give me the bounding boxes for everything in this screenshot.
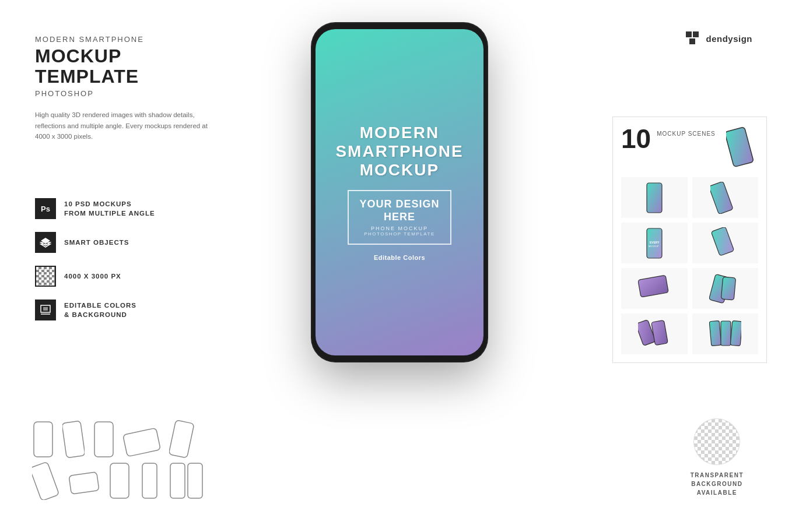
left-panel: Modern Smartphone Mockup Template Photos… (35, 35, 222, 165)
mockup-cell-5 (621, 268, 688, 309)
feature-item-resolution: 4000 x 3000 px (35, 266, 155, 287)
mockup-phone-5 (638, 273, 670, 305)
svg-rect-10 (647, 183, 662, 213)
mockup-phone-8 (709, 318, 741, 350)
features-list: Ps 10 PSD Mockups From Multiple Angle Sm… (35, 198, 155, 333)
phone-screen: ModernSmartphoneMockup Your DesignHere P… (316, 29, 483, 355)
mockup-label: Mockup Scenes (657, 130, 716, 138)
mockup-cell-8 (692, 313, 759, 354)
svg-rect-2 (689, 38, 695, 44)
brand-name: dendysign (706, 34, 752, 44)
design-box-title: Your DesignHere (359, 198, 439, 223)
svg-rect-25 (62, 421, 85, 458)
design-box-sub: Phone Mockup (359, 226, 439, 231)
svg-rect-31 (110, 463, 129, 498)
feature-text-resolution: 4000 x 3000 px (64, 272, 121, 281)
phone-mockup: ModernSmartphoneMockup Your DesignHere P… (312, 23, 487, 361)
svg-rect-27 (123, 428, 160, 456)
mockup-cell-1 (621, 177, 688, 218)
mockup-phone-6 (709, 273, 741, 305)
title-photoshop: Photoshop (35, 89, 222, 98)
mockup-phone-2 (710, 182, 740, 214)
svg-rect-29 (32, 461, 59, 500)
mockup-cell-6 (692, 268, 759, 309)
svg-text:EVERY: EVERY (650, 241, 660, 244)
svg-rect-24 (34, 422, 52, 457)
mockup-count: 10 (621, 125, 651, 152)
feature-text-layers: Smart Objects (64, 238, 129, 247)
top-right-phone-icon (726, 125, 758, 169)
mockup-grid-box: 10 Mockup Scenes (612, 117, 767, 363)
svg-rect-0 (686, 31, 692, 37)
edit-icon (35, 300, 56, 320)
brand-area: dendysign (685, 30, 752, 47)
brand-logo-icon (685, 30, 701, 47)
mockup-cell-4 (692, 223, 759, 263)
outline-phone-6-tilted (32, 461, 60, 500)
outline-phone-2 (62, 420, 85, 459)
svg-rect-16 (638, 275, 668, 297)
checker-icon (35, 266, 56, 287)
screen-title: ModernSmartphoneMockup (335, 124, 463, 180)
mockup-scenes-panel: 10 Mockup Scenes (612, 117, 767, 363)
feature-item-layers: Smart Objects (35, 232, 155, 253)
outline-phone-8 (108, 461, 131, 500)
outline-phone-5-angled (169, 420, 197, 459)
svg-rect-22 (721, 321, 731, 346)
svg-rect-32 (142, 463, 157, 498)
mockup-cell-3: EVERY MOCKUP (621, 223, 688, 263)
feature-item-psd: Ps 10 PSD Mockups From Multiple Angle (35, 198, 155, 219)
outline-phone-3 (93, 420, 115, 459)
svg-rect-8 (43, 307, 48, 311)
editable-colors-label: Editable Colors (374, 254, 425, 261)
transparent-circle-icon (693, 418, 740, 465)
mockup-grid-header: 10 Mockup Scenes (621, 125, 758, 171)
svg-rect-18 (721, 277, 735, 300)
svg-rect-11 (710, 182, 733, 214)
mockup-phone-3: EVERY MOCKUP (646, 227, 663, 259)
transparent-badge: TRANSPARENTBACKGROUNDAVAILABLE (691, 418, 744, 497)
feature-text-psd: 10 PSD Mockups From Multiple Angle (64, 199, 155, 218)
svg-rect-34 (188, 463, 202, 498)
mockup-cell-7 (621, 313, 688, 354)
phone-body: ModernSmartphoneMockup Your DesignHere P… (312, 23, 487, 361)
design-box-sub2: Photoshop Template (359, 231, 439, 237)
outline-phone-1 (32, 420, 54, 459)
title-main: Mockup Template (35, 46, 222, 87)
ps-icon: Ps (35, 198, 56, 219)
svg-rect-21 (709, 320, 721, 346)
mockup-phone-4 (710, 227, 740, 259)
mockup-phone-7 (638, 318, 670, 350)
svg-rect-1 (693, 31, 699, 37)
mockup-phone-1 (646, 182, 663, 214)
outline-phone-4-flat (123, 427, 161, 459)
description-text: High quality 3D rendered images with sha… (35, 110, 222, 142)
bottom-angle-outlines (32, 420, 204, 500)
svg-rect-33 (170, 463, 185, 498)
outline-phone-9-small (139, 461, 161, 500)
svg-rect-26 (94, 422, 113, 457)
svg-text:MOCKUP: MOCKUP (649, 245, 659, 248)
svg-rect-30 (69, 472, 99, 494)
layers-icon (35, 232, 56, 253)
feature-item-editable: Editable Colors & Background (35, 300, 155, 320)
outline-phone-7-flat2 (68, 471, 100, 500)
svg-rect-15 (712, 227, 734, 256)
mockup-thumbnails-grid: EVERY MOCKUP (621, 177, 758, 354)
mockup-cell-2 (692, 177, 759, 218)
transparent-badge-text: TRANSPARENTBACKGROUNDAVAILABLE (691, 471, 744, 497)
outline-phone-10-double (169, 461, 204, 500)
design-placeholder-box: Your DesignHere Phone Mockup Photoshop T… (348, 190, 451, 245)
svg-rect-9 (726, 127, 754, 167)
svg-rect-28 (169, 420, 194, 458)
feature-text-editable: Editable Colors & Background (64, 301, 136, 319)
svg-rect-23 (730, 320, 741, 346)
title-sub: Modern Smartphone (35, 35, 222, 44)
